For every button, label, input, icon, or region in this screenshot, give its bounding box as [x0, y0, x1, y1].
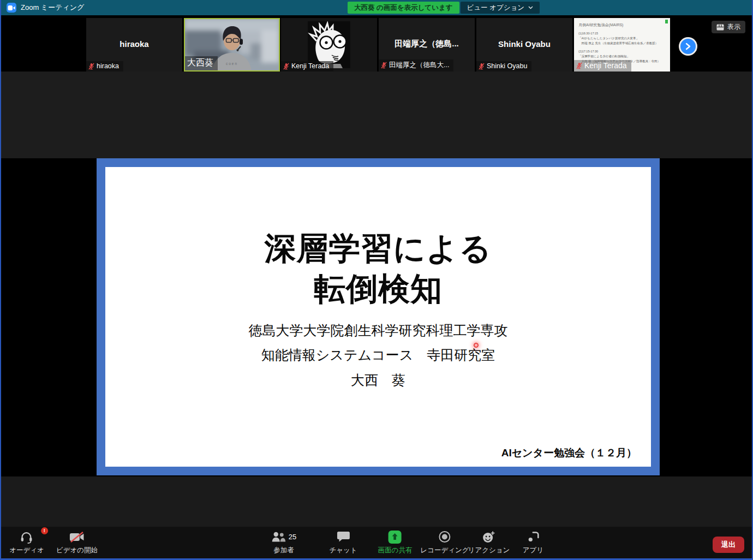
view-button[interactable]: 表示: [712, 21, 745, 33]
gallery-view-icon: [716, 24, 724, 31]
lower-band: [1, 476, 752, 527]
video-off-icon: [69, 532, 85, 543]
view-options-button[interactable]: ビュー オプション: [461, 2, 540, 14]
svg-text:coen: coen: [226, 62, 238, 65]
chevron-right-icon: [685, 43, 691, 50]
muted-mic-icon: [283, 63, 289, 70]
apps-icon: [527, 531, 539, 543]
view-options-label: ビュー オプション: [467, 3, 525, 13]
slide-author: 大西 葵: [105, 371, 651, 389]
participant-tile-onishi-video[interactable]: coen 大西葵: [184, 18, 280, 72]
participant-label: 田端厚之（徳島大...: [379, 59, 453, 72]
slide-affiliation-line1: 徳島大学大学院創生科学研究科理工学専攻: [105, 321, 651, 339]
slide-content: 深層学習による 転倒検知 徳島大学大学院創生科学研究科理工学専攻 知能情報システ…: [105, 167, 651, 467]
zoom-app-icon: [7, 3, 16, 13]
reactions-smiley-icon: [482, 531, 495, 544]
start-video-button[interactable]: ビデオの開始: [56, 529, 98, 555]
participant-label: Kenji Terada: [574, 60, 631, 72]
participant-name: 田端厚之（徳島...: [379, 39, 475, 49]
participant-label: Kenji Terada: [281, 61, 333, 72]
chat-icon: [337, 531, 350, 543]
participant-label: hiraoka: [86, 61, 123, 72]
participant-tile-terada[interactable]: Kenji Terada: [281, 18, 377, 72]
cursor-icon: [665, 20, 668, 23]
slide-title: 深層学習による 転倒検知: [105, 228, 651, 308]
audio-alert-badge: !: [41, 527, 48, 534]
participant-label: Shinki Oyabu: [476, 61, 531, 72]
participant-tile-hiraoka[interactable]: hiraoka hiraoka: [86, 18, 182, 72]
participant-name: hiraoka: [86, 39, 182, 49]
share-screen-button[interactable]: 画面の共有: [378, 529, 413, 555]
muted-mic-icon: [479, 63, 485, 70]
share-screen-icon: [389, 531, 402, 544]
zoom-meeting-window: Zoom ミーティング 大西葵 の画面を表示しています ビュー オプション hi…: [0, 0, 753, 560]
participants-button[interactable]: 25 参加者: [271, 529, 296, 555]
participant-tile-oyabu[interactable]: Shinki Oyabu Shinki Oyabu: [476, 18, 572, 72]
participant-label: 大西葵: [185, 56, 218, 70]
muted-mic-icon: [88, 63, 94, 70]
leave-button[interactable]: 退出: [713, 537, 744, 553]
muted-mic-icon: [381, 62, 387, 69]
chat-button[interactable]: チャット: [329, 529, 357, 555]
chevron-down-icon: [528, 6, 533, 9]
title-bar: Zoom ミーティング 大西葵 の画面を表示しています ビュー オプション: [1, 0, 752, 15]
muted-mic-icon: [576, 62, 582, 69]
headset-icon: [20, 531, 33, 544]
participant-name: Shinki Oyabu: [476, 39, 572, 49]
record-button[interactable]: レコーディング: [420, 529, 469, 555]
meeting-title: Zoom ミーティング: [21, 3, 84, 13]
slide-footer: AIセンター勉強会（１２月）: [501, 446, 637, 460]
slide-affiliation-line2: 知能情報システムコース 寺田研究室: [105, 346, 651, 364]
presentation-slide: 深層学習による 転倒検知 徳島大学大学院創生科学研究科理工学専攻 知能情報システ…: [97, 158, 660, 475]
reactions-button[interactable]: リアクション: [468, 529, 510, 555]
participants-count: 25: [289, 533, 296, 541]
participant-tile-terada-screenshare[interactable]: 月例AI研究勉強会(MAIRS) (1)16:30-17:15 「AIがもたらし…: [574, 18, 670, 72]
view-button-label: 表示: [727, 22, 740, 32]
participant-tile-tabata[interactable]: 田端厚之（徳島... 田端厚之（徳島大...: [379, 18, 475, 72]
participants-icon: [271, 532, 286, 542]
record-icon: [438, 531, 451, 543]
laser-pointer-dot: [474, 343, 479, 348]
apps-button[interactable]: アプリ: [523, 529, 543, 555]
shared-document-preview: 月例AI研究勉強会(MAIRS) (1)16:30-17:15 「AIがもたらし…: [574, 18, 670, 64]
audio-button[interactable]: ! オーディオ: [9, 529, 44, 555]
screen-share-banner: 大西葵 の画面を表示しています: [348, 2, 459, 14]
next-participants-button[interactable]: [679, 37, 697, 56]
meeting-toolbar: ! オーディオ ビデオの開始 25 参加者 チャット: [1, 527, 752, 558]
